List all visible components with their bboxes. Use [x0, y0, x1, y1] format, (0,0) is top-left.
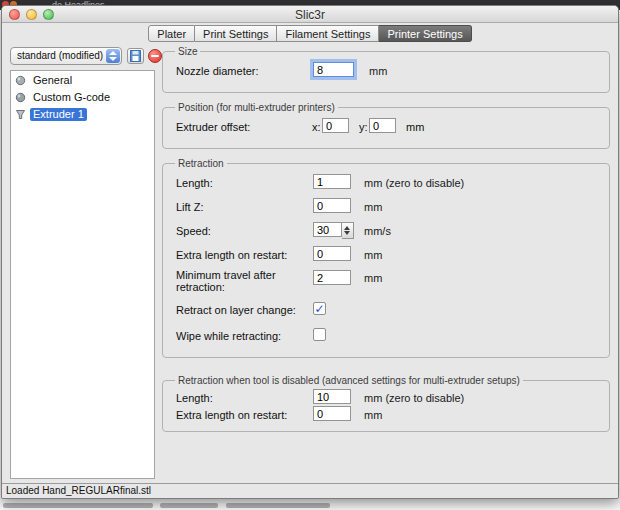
setting-row: Extra length on restart: mm	[173, 407, 599, 424]
setting-row: Lift Z: mm	[173, 197, 599, 221]
offset-unit: mm	[406, 121, 424, 133]
printer-settings-panel: Size Nozzle diameter: mm Position (for m…	[162, 46, 610, 479]
tab-print-settings[interactable]: Print Settings	[195, 25, 277, 42]
wipe-while-retracting-label: Wipe while retracting:	[176, 330, 281, 342]
min-travel-label: Minimum travel after retraction:	[176, 269, 300, 293]
setting-row: Nozzle diameter: mm	[173, 61, 599, 85]
size-group-legend: Size	[175, 46, 200, 57]
length-label: Length:	[176, 177, 213, 189]
size-group: Size Nozzle diameter: mm	[162, 46, 610, 93]
preset-dropdown-value: standard (modified)	[17, 50, 103, 61]
background-text-blur	[160, 503, 218, 508]
preset-dropdown[interactable]: standard (modified)	[10, 47, 122, 65]
retraction-group-legend: Retraction	[175, 158, 227, 169]
tab-bar: Plater Print Settings Filament Settings …	[2, 25, 618, 46]
dropdown-arrows-icon	[106, 49, 120, 63]
retract-layer-change-label: Retract on layer change:	[176, 304, 296, 316]
tree-item-custom-gcode[interactable]: Custom G-code	[15, 90, 154, 105]
extruder-icon	[15, 109, 26, 120]
custom-gcode-icon	[15, 92, 26, 103]
length-input[interactable]	[313, 174, 351, 189]
setting-row: Wipe while retracting:	[173, 326, 599, 350]
wipe-while-retracting-checkbox[interactable]	[313, 328, 326, 341]
stepper-down-icon	[344, 231, 350, 235]
min-travel-input[interactable]	[313, 270, 351, 285]
setting-row: Minimum travel after retraction: mm	[173, 269, 599, 300]
position-group: Position (for multi-extruder printers) E…	[162, 102, 610, 149]
offset-y-label: y:	[359, 121, 368, 133]
speed-spinner	[313, 222, 354, 239]
background-text-blur	[226, 503, 330, 508]
position-group-legend: Position (for multi-extruder printers)	[175, 102, 338, 113]
slic3r-window: Slic3r Plater Print Settings Filament Se…	[1, 5, 619, 499]
t1-length-label: Length:	[176, 392, 213, 404]
extruder-offset-label: Extruder offset:	[176, 121, 250, 133]
extra-length-input[interactable]	[313, 246, 351, 261]
length-unit: mm (zero to disable)	[364, 177, 464, 189]
retraction-disabled-group: Retraction when tool is disabled (advanc…	[162, 375, 610, 432]
save-preset-button[interactable]	[127, 48, 144, 64]
t1-length-input[interactable]	[313, 389, 351, 404]
speed-input[interactable]	[313, 222, 342, 237]
t1-length-unit: mm (zero to disable)	[364, 392, 464, 404]
stepper-up-icon	[344, 226, 350, 230]
retract-layer-change-checkbox[interactable]: ✓	[313, 302, 326, 315]
t1-extra-length-unit: mm	[364, 409, 382, 421]
setting-row: Retract on layer change: ✓	[173, 300, 599, 326]
background-page-bottom	[0, 499, 620, 510]
nozzle-diameter-unit: mm	[369, 65, 387, 77]
tree-item-label: Extruder 1	[30, 108, 87, 121]
status-bar: Loaded Hand_REGULARfinal.stl	[2, 483, 618, 498]
lift-z-input[interactable]	[313, 198, 351, 213]
status-text: Loaded Hand_REGULARfinal.stl	[6, 485, 151, 496]
lift-z-unit: mm	[364, 201, 382, 213]
setting-row: Extruder offset: x: y: mm	[173, 117, 599, 141]
tree-item-label: General	[30, 74, 75, 87]
tree-item-general[interactable]: General	[15, 73, 154, 88]
setting-row: Length: mm (zero to disable)	[173, 390, 599, 407]
window-title: Slic3r	[2, 8, 618, 22]
setting-row: Length: mm (zero to disable)	[173, 173, 599, 197]
tab-filament-settings[interactable]: Filament Settings	[277, 25, 379, 42]
general-icon	[15, 75, 26, 86]
setting-row: Speed: mm/s	[173, 221, 599, 245]
extra-length-unit: mm	[364, 249, 382, 261]
t1-extra-length-input[interactable]	[313, 406, 351, 421]
extra-length-label: Extra length on restart:	[176, 249, 287, 261]
setting-row: Extra length on restart: mm	[173, 245, 599, 269]
t1-extra-length-label: Extra length on restart:	[176, 409, 287, 421]
tree-item-extruder-1[interactable]: Extruder 1	[15, 107, 154, 122]
speed-label: Speed:	[176, 225, 211, 237]
offset-y-input[interactable]	[369, 118, 396, 133]
settings-tree: General Custom G-code Extruder 1	[10, 70, 155, 479]
delete-preset-button[interactable]	[148, 49, 162, 63]
speed-unit: mm/s	[364, 225, 391, 237]
nozzle-diameter-input[interactable]	[313, 62, 354, 77]
tab-plater[interactable]: Plater	[148, 25, 195, 42]
min-travel-unit: mm	[364, 272, 382, 284]
titlebar: Slic3r	[2, 6, 618, 23]
lift-z-label: Lift Z:	[176, 201, 204, 213]
screenshot-stage: de Headlines Slic3r Plater Print Setting…	[0, 0, 620, 510]
tab-printer-settings[interactable]: Printer Settings	[379, 25, 471, 42]
background-text-blur	[3, 503, 153, 508]
stepper-buttons[interactable]	[342, 222, 354, 239]
retraction-disabled-legend: Retraction when tool is disabled (advanc…	[175, 375, 523, 386]
offset-x-input[interactable]	[322, 118, 349, 133]
nozzle-diameter-label: Nozzle diameter:	[176, 65, 259, 77]
save-icon	[128, 49, 143, 63]
offset-x-label: x:	[312, 121, 321, 133]
retraction-group: Retraction Length: mm (zero to disable) …	[162, 158, 610, 358]
tree-item-label: Custom G-code	[30, 91, 113, 104]
